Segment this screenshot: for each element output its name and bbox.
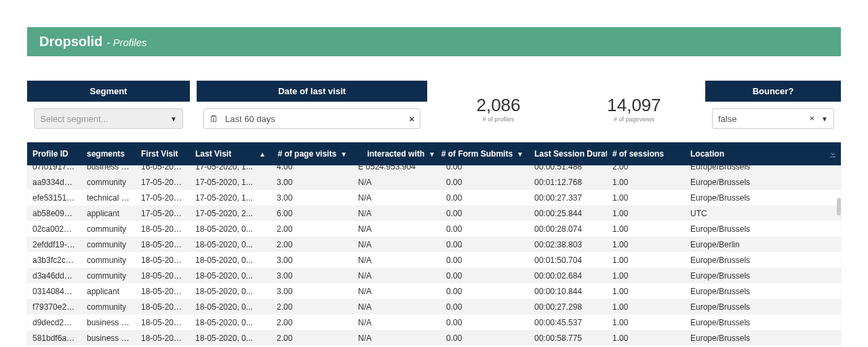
cell-segments: applicant bbox=[81, 287, 136, 296]
bouncer-panel: Bouncer? false × ▼ bbox=[705, 81, 841, 136]
cell-page-visits: 3.00 bbox=[271, 256, 353, 265]
col-profile-id[interactable]: Profile ID bbox=[27, 142, 81, 165]
cell-last-visit: 17-05-2020, 1... bbox=[190, 193, 271, 203]
col-location[interactable]: Location bbox=[685, 142, 825, 165]
cell-form-submits: 0.00 bbox=[441, 178, 529, 187]
cell-interacted: N/A bbox=[353, 287, 441, 296]
cell-last-visit: 18-05-2020, 0... bbox=[190, 287, 271, 296]
cell-form-submits: 0.00 bbox=[441, 209, 529, 218]
clear-bouncer-icon[interactable]: × bbox=[810, 114, 814, 123]
cell-form-submits: 0.00 bbox=[441, 333, 529, 343]
cell-profile-id: d9decd20-ec9... bbox=[27, 318, 81, 327]
cell-session-duration: 00:01:50.704 bbox=[529, 256, 607, 265]
cell-sessions: 1.00 bbox=[607, 209, 685, 218]
cell-last-visit: 18-05-2020, 0... bbox=[190, 240, 271, 249]
cell-first-visit: 18-05-2020, 0... bbox=[136, 333, 190, 343]
cell-first-visit: 17-05-2020, 2... bbox=[136, 209, 190, 218]
cell-session-duration: 00:00:27.298 bbox=[529, 302, 607, 312]
table-row[interactable]: d9decd20-ec9...business deci...18-05-202… bbox=[27, 314, 841, 330]
cell-first-visit: 17-05-2020, 1... bbox=[136, 178, 190, 187]
col-page-visits[interactable]: # of page visits▼ bbox=[271, 142, 353, 165]
cell-segments: community bbox=[81, 240, 136, 249]
cell-profile-id: f79370e2-3a9... bbox=[27, 302, 81, 312]
table-row[interactable]: efe53151-885...technical deci...17-05-20… bbox=[27, 190, 841, 205]
table-row[interactable]: a3b3fc2c-01d...community18-05-2020, 0...… bbox=[27, 252, 841, 268]
segment-select[interactable]: Select segment... ▼ bbox=[34, 108, 183, 129]
cell-sessions: 1.00 bbox=[607, 318, 685, 327]
col-sessions[interactable]: # of sessions bbox=[607, 142, 685, 165]
cell-form-submits: 0.00 bbox=[441, 302, 529, 312]
cell-sessions: 2.00 bbox=[607, 165, 685, 171]
cell-last-visit: 18-05-2020, 0... bbox=[190, 318, 271, 327]
cell-sessions: 1.00 bbox=[607, 302, 685, 312]
table-row[interactable]: aa9334d4-771...community17-05-2020, 1...… bbox=[27, 174, 841, 190]
cell-form-submits: 0.00 bbox=[441, 287, 529, 296]
calendar-icon: 🗓 bbox=[210, 114, 218, 124]
table-row[interactable]: ab58e09c-c53...applicant17-05-2020, 2...… bbox=[27, 205, 841, 221]
table-header-row: Profile ID segments First Visit Last Vis… bbox=[27, 142, 841, 165]
cell-form-submits: 0.00 bbox=[441, 240, 529, 249]
table-row[interactable]: 02ca0021-922...community18-05-2020, 0...… bbox=[27, 221, 841, 237]
sort-desc-icon: ▼ bbox=[517, 150, 524, 158]
table-row[interactable]: d3a46dd7-48...community18-05-2020, 0...1… bbox=[27, 268, 841, 283]
cell-profile-id: d3a46dd7-48... bbox=[27, 271, 81, 281]
segment-placeholder: Select segment... bbox=[40, 114, 108, 124]
cell-session-duration: 00:00:45.537 bbox=[529, 318, 607, 327]
cell-interacted: N/A bbox=[353, 333, 441, 343]
cell-sessions: 1.00 bbox=[607, 178, 685, 187]
cell-interacted: N/A bbox=[353, 240, 441, 249]
col-first-visit[interactable]: First Visit bbox=[136, 142, 190, 165]
cell-page-visits: 6.00 bbox=[271, 209, 353, 218]
cell-session-duration: 00:00:02.684 bbox=[529, 271, 607, 281]
col-last-visit[interactable]: Last Visit▲ bbox=[190, 142, 271, 165]
table-row[interactable]: f79370e2-3a9...community18-05-2020, 0...… bbox=[27, 299, 841, 314]
cell-last-visit: 17-05-2020, 2... bbox=[190, 209, 271, 218]
table-row[interactable]: 581bdf6a-c20...business deci...18-05-202… bbox=[27, 330, 841, 346]
pageviews-value: 14,097 bbox=[607, 95, 661, 116]
cell-segments: business deci... bbox=[81, 333, 136, 343]
cell-segments: community bbox=[81, 271, 136, 281]
cell-location: Europe/Brussels bbox=[685, 333, 825, 343]
cell-profile-id: aa9334d4-771... bbox=[27, 178, 81, 187]
bouncer-select[interactable]: false × ▼ bbox=[712, 108, 834, 129]
cell-page-visits: 2.00 bbox=[271, 240, 353, 249]
scrollbar-thumb[interactable] bbox=[837, 198, 841, 216]
cell-page-visits: 2.00 bbox=[271, 318, 353, 327]
cell-page-visits: 3.00 bbox=[271, 287, 353, 296]
col-last-session-duration[interactable]: Last Session Durat... bbox=[529, 142, 607, 165]
cell-segments: community bbox=[81, 256, 136, 265]
cell-segments: business deci... bbox=[81, 165, 136, 171]
col-interacted-with[interactable]: interacted with▼ bbox=[353, 142, 441, 165]
cell-form-submits: 0.00 bbox=[441, 165, 529, 171]
table-row[interactable]: 03140844-81f...applicant18-05-2020, 0...… bbox=[27, 283, 841, 299]
col-form-submits[interactable]: # of Form Submits▼ bbox=[441, 142, 529, 165]
cell-segments: business deci... bbox=[81, 318, 136, 327]
cell-interacted: N/A bbox=[353, 271, 441, 281]
clear-date-icon[interactable]: × bbox=[409, 114, 414, 124]
cell-segments: applicant bbox=[81, 209, 136, 218]
cell-interacted: N/A bbox=[353, 178, 441, 187]
cell-page-visits: 2.00 bbox=[271, 302, 353, 312]
cell-session-duration: 00:00:25.844 bbox=[529, 209, 607, 218]
date-range-input[interactable]: 🗓 Last 60 days × bbox=[203, 108, 420, 129]
cell-location: Europe/Berlin bbox=[685, 240, 825, 249]
cell-first-visit: 17-05-2020, 1... bbox=[136, 193, 190, 203]
cell-location: Europe/Brussels bbox=[685, 178, 825, 187]
cell-sessions: 1.00 bbox=[607, 287, 685, 296]
table-row[interactable]: 07f01917-9fe3...business deci...16-05-20… bbox=[27, 165, 841, 174]
cell-page-visits: 4.00 bbox=[271, 165, 353, 171]
cell-profile-id: 02ca0021-922... bbox=[27, 224, 81, 234]
cell-first-visit: 18-05-2020, 0... bbox=[136, 318, 190, 327]
profiles-table: Profile ID segments First Visit Last Vis… bbox=[27, 142, 841, 347]
cell-last-visit: 17-05-2020, 1... bbox=[190, 178, 271, 187]
cell-session-duration: 00:00:27.337 bbox=[529, 193, 607, 203]
cell-sessions: 1.00 bbox=[607, 193, 685, 203]
cell-location: Europe/Brussels bbox=[685, 224, 825, 234]
pageviews-label: # of pageviews bbox=[614, 116, 654, 123]
col-segments[interactable]: segments bbox=[81, 142, 136, 165]
table-row[interactable]: 2efddf19-a93...community18-05-2020, 0...… bbox=[27, 237, 841, 252]
cell-form-submits: 0.00 bbox=[441, 224, 529, 234]
download-button[interactable] bbox=[825, 150, 841, 158]
cell-session-duration: 00:02:38.803 bbox=[529, 240, 607, 249]
cell-first-visit: 18-05-2020, 0... bbox=[136, 287, 190, 296]
